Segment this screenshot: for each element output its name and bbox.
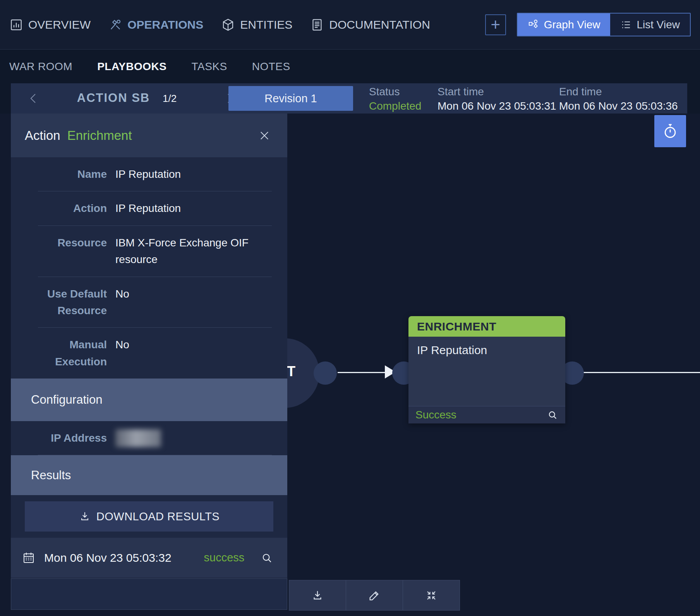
redacted-ip-value	[115, 429, 161, 447]
result-entry-row[interactable]: Mon 06 Nov 23 05:03:32 success	[11, 538, 287, 578]
start-node-output-port[interactable]	[314, 361, 337, 385]
playbook-page-indicator: 1/2	[163, 93, 177, 105]
subnav-war-room[interactable]: WAR ROOM	[9, 60, 72, 73]
tab-documentation-label: DOCUMENTATION	[329, 18, 430, 31]
playbook-title: ACTION SB	[69, 91, 158, 105]
results-section-header: Results	[11, 455, 287, 495]
app-screen: T ENRICHMENT IP Reputation Success	[0, 0, 700, 616]
playbook-start-time: Start time Mon 06 Nov 23 05:03:31	[438, 86, 556, 112]
graph-toolbar	[289, 580, 460, 611]
tab-entities[interactable]: ENTITIES	[221, 18, 292, 32]
list-view-label: List View	[637, 19, 680, 31]
download-results-label: DOWNLOAD RESULTS	[96, 510, 220, 523]
top-navigation: OVERVIEW OPERATIONS ENTITIES DOCUMENTATI…	[0, 0, 700, 50]
enrichment-node[interactable]: ENRICHMENT IP Reputation Success	[408, 316, 565, 423]
field-label: IP Address	[33, 430, 107, 446]
document-icon	[310, 18, 324, 32]
field-row-use-default-resource: Use Default Resource No	[11, 277, 287, 328]
field-label: Manual Execution	[33, 336, 107, 370]
result-timestamp: Mon 06 Nov 23 05:03:32	[44, 551, 172, 564]
close-panel-button[interactable]	[258, 128, 273, 143]
tab-entities-label: ENTITIES	[240, 18, 292, 31]
timer-button[interactable]	[654, 115, 686, 147]
field-value: IBM X-Force Exchange OIF resource	[115, 234, 255, 268]
list-view-icon	[620, 19, 632, 31]
tab-operations[interactable]: OPERATIONS	[108, 18, 203, 32]
main-tabs: OVERVIEW OPERATIONS ENTITIES DOCUMENTATI…	[9, 18, 430, 32]
edit-playbook-button[interactable]	[346, 580, 403, 610]
start-time-value: Mon 06 Nov 23 05:03:31	[438, 100, 556, 112]
graph-view-button[interactable]: Graph View	[518, 14, 611, 36]
topnav-actions: + Graph View List View	[485, 13, 691, 36]
bar-chart-icon	[9, 18, 23, 32]
field-row-name: Name IP Reputation	[11, 157, 287, 191]
node-search-icon[interactable]	[547, 409, 558, 421]
graph-edge	[338, 372, 385, 373]
field-value: IP Reputation	[115, 166, 255, 182]
add-button[interactable]: +	[485, 14, 506, 35]
start-node-label: T	[287, 363, 295, 380]
graph-view-label: Graph View	[544, 19, 600, 31]
field-row-manual-execution: Manual Execution No	[11, 328, 287, 379]
list-view-button[interactable]: List View	[610, 14, 690, 36]
field-value: No	[115, 286, 255, 302]
status-value: Completed	[369, 100, 421, 112]
field-label: Name	[33, 166, 107, 182]
tab-operations-label: OPERATIONS	[127, 18, 203, 31]
download-graph-button[interactable]	[289, 580, 346, 610]
enrichment-node-name: IP Reputation	[408, 337, 565, 406]
results-actions: DOWNLOAD RESULTS	[11, 495, 287, 538]
revision-selector-button[interactable]: Revision 1	[228, 86, 353, 111]
field-label: Action	[33, 200, 107, 217]
case-subnav: WAR ROOM PLAYBOOKS TASKS NOTES	[0, 50, 700, 83]
playbook-header-bar: ACTION SB 1/2 Revision 1 Status Complete…	[11, 83, 687, 114]
result-status: success	[204, 551, 245, 564]
field-label: Resource	[33, 234, 107, 251]
playbook-status: Status Completed	[369, 86, 421, 112]
action-details-panel: Action Enrichment Name IP Reputation Act…	[11, 114, 287, 610]
tools-icon	[108, 18, 122, 32]
node-status-text: Success	[415, 409, 456, 421]
field-label: Use Default Resource	[33, 286, 107, 319]
enrichment-node-type: ENRICHMENT	[408, 316, 565, 337]
field-row-ip-address: IP Address	[11, 421, 287, 455]
start-time-label: Start time	[438, 86, 556, 98]
field-row-resource: Resource IBM X-Force Exchange OIF resour…	[11, 226, 287, 277]
subnav-tasks[interactable]: TASKS	[191, 60, 227, 73]
calendar-icon	[22, 551, 36, 565]
status-label: Status	[369, 86, 421, 98]
playbook-end-time: End time Mon 06 Nov 23 05:03:36	[559, 86, 678, 112]
enrichment-node-footer: Success	[408, 406, 565, 423]
close-icon	[258, 129, 271, 142]
collapse-view-button[interactable]	[403, 580, 460, 610]
configuration-section-header: Configuration	[11, 379, 287, 421]
subnav-playbooks[interactable]: PLAYBOOKS	[97, 60, 166, 73]
panel-category-label: Enrichment	[67, 128, 132, 143]
view-result-search-icon[interactable]	[260, 551, 273, 564]
cube-icon	[221, 18, 235, 32]
field-row-action: Action IP Reputation	[11, 191, 287, 225]
view-toggle: Graph View List View	[517, 13, 691, 36]
field-value: No	[115, 336, 255, 353]
end-time-value: Mon 06 Nov 23 05:03:36	[559, 100, 678, 112]
panel-footer-area	[11, 578, 287, 610]
panel-header: Action Enrichment	[11, 114, 287, 157]
graph-view-icon	[528, 19, 539, 31]
download-results-button[interactable]: DOWNLOAD RESULTS	[25, 501, 273, 532]
field-value: IP Reputation	[115, 200, 255, 217]
previous-playbook-button[interactable]	[26, 91, 41, 106]
end-time-label: End time	[559, 86, 678, 98]
tab-overview-label: OVERVIEW	[28, 18, 91, 31]
panel-type-label: Action	[25, 128, 60, 143]
tab-documentation[interactable]: DOCUMENTATION	[310, 18, 430, 32]
subnav-notes[interactable]: NOTES	[252, 60, 290, 73]
graph-edge	[583, 372, 700, 373]
download-icon	[79, 510, 91, 523]
tab-overview[interactable]: OVERVIEW	[9, 18, 91, 32]
